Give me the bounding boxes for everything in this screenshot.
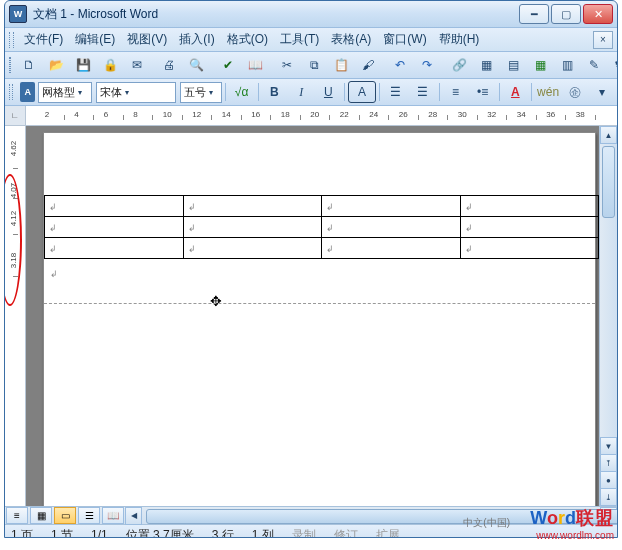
scroll-thumb[interactable] [602,146,615,218]
align-distribute-button[interactable]: ☰ [383,81,409,103]
scroll-left-button[interactable]: ◀ [125,507,142,525]
font-combo[interactable]: 宋体 ▾ [96,82,175,103]
status-position[interactable]: 位置 3.7厘米 [126,527,194,539]
bullets-button[interactable]: •≡ [470,81,496,103]
styles-pane-icon[interactable]: A [20,82,35,102]
insert-excel-icon[interactable]: ▦ [527,54,553,76]
toolbar-grip[interactable] [9,32,14,48]
status-ext[interactable]: 扩展 [376,527,400,539]
style-combo[interactable]: 网格型 ▾ [38,82,92,103]
select-browse-object-button[interactable]: ● [600,472,617,489]
scroll-up-button[interactable]: ▲ [600,126,617,144]
spellcheck-icon[interactable]: ✔ [215,54,241,76]
reading-view-button[interactable]: 📖 [102,507,124,524]
status-rev[interactable]: 修订 [334,527,358,539]
h-scroll-thumb[interactable] [146,509,618,524]
page-area[interactable]: ↲ ↲ ↲ ↲ ↲ ↲ ↲ ↲ ↲ ↲ ↲ ↲ [26,126,599,506]
menu-view[interactable]: 视图(V) [121,29,173,50]
document-table[interactable]: ↲ ↲ ↲ ↲ ↲ ↲ ↲ ↲ ↲ ↲ ↲ ↲ [44,195,599,259]
web-view-button[interactable]: ▦ [30,507,52,524]
tables-borders-icon[interactable]: ▦ [473,54,499,76]
status-page[interactable]: 1 页 [11,527,33,539]
status-row[interactable]: 3 行 [212,527,234,539]
redo-icon[interactable]: ↷ [414,54,440,76]
paste-icon[interactable]: 📋 [328,54,354,76]
print-layout-view-button[interactable]: ▭ [54,507,76,524]
toolbar-grip[interactable] [9,84,13,100]
next-page-button[interactable]: ⤓ [600,489,617,506]
hyperlink-icon[interactable]: 🔗 [446,54,472,76]
prev-page-button[interactable]: ⤒ [600,455,617,472]
open-icon[interactable]: 📂 [43,54,69,76]
minimize-button[interactable]: ━ [519,4,549,24]
research-icon[interactable]: 📖 [242,54,268,76]
permission-icon[interactable]: 🔒 [97,54,123,76]
numbering-button[interactable]: ≡ [443,81,469,103]
menu-edit[interactable]: 编辑(E) [69,29,121,50]
status-col[interactable]: 1 列 [252,527,274,539]
print-preview-icon[interactable]: 🔍 [183,54,209,76]
vertical-ruler[interactable]: 4.62 4.07 4.12 3.18 [5,126,26,506]
document-page[interactable]: ↲ ↲ ↲ ↲ ↲ ↲ ↲ ↲ ↲ ↲ ↲ ↲ [43,132,596,506]
table-cell[interactable]: ↲ [322,238,461,259]
italic-button[interactable]: I [288,81,314,103]
v-ruler-label: 4.62 [9,141,18,157]
menu-table[interactable]: 表格(A) [325,29,377,50]
outline-view-button[interactable]: ☰ [78,507,100,524]
equation-icon[interactable]: √α [229,81,255,103]
phonetic-guide-icon[interactable]: wén [535,81,561,103]
table-cell[interactable]: ↲ [322,217,461,238]
enclose-char-icon[interactable]: ㊭ [562,81,588,103]
table-cell[interactable]: ↲ [460,217,599,238]
table-cell[interactable]: ↲ [183,196,322,217]
h-scroll-track[interactable] [144,509,598,522]
undo-icon[interactable]: ↶ [387,54,413,76]
menu-file[interactable]: 文件(F) [18,29,69,50]
toolbar-options-icon[interactable]: ▾ [589,81,615,103]
menu-window[interactable]: 窗口(W) [377,29,432,50]
status-page-of[interactable]: 1/1 [91,528,108,538]
new-doc-icon[interactable]: 🗋 [16,54,42,76]
copy-icon[interactable]: ⧉ [301,54,327,76]
status-section[interactable]: 1 节 [51,527,73,539]
insert-table-icon[interactable]: ▤ [500,54,526,76]
align-justify-button[interactable]: ☰ [410,81,436,103]
menu-tools[interactable]: 工具(T) [274,29,325,50]
underline-button[interactable]: U [315,81,341,103]
horizontal-ruler[interactable]: ∟ [5,106,617,126]
font-color-button[interactable]: A [502,81,528,103]
table-cell[interactable]: ↲ [45,217,184,238]
scroll-down-button[interactable]: ▼ [600,437,617,455]
print-icon[interactable]: 🖨 [156,54,182,76]
table-cell[interactable]: ↲ [322,196,461,217]
status-rec[interactable]: 录制 [292,527,316,539]
doc-map-icon[interactable]: 🗺 [608,54,618,76]
table-cell[interactable]: ↲ [460,238,599,259]
bold-button[interactable]: B [261,81,287,103]
close-button[interactable]: ✕ [583,4,613,24]
vertical-scrollbar[interactable]: ▲ ▼ ⤒ ● ⤓ [599,126,617,506]
table-cell[interactable]: ↲ [183,238,322,259]
font-size-combo[interactable]: 五号 ▾ [180,82,222,103]
format-painter-icon[interactable]: 🖌 [355,54,381,76]
standard-toolbar: 🗋 📂 💾 🔒 ✉ 🖨 🔍 ✔ 📖 ✂ ⧉ 📋 🖌 ↶ ↷ 🔗 ▦ ▤ ▦ ▥ … [5,52,617,79]
save-icon[interactable]: 💾 [70,54,96,76]
drawing-icon[interactable]: ✎ [581,54,607,76]
columns-icon[interactable]: ▥ [554,54,580,76]
table-cell[interactable]: ↲ [45,196,184,217]
toolbar-grip[interactable] [9,57,11,73]
normal-view-button[interactable]: ≡ [6,507,28,524]
mail-icon[interactable]: ✉ [124,54,150,76]
menu-help[interactable]: 帮助(H) [433,29,486,50]
menu-format[interactable]: 格式(O) [221,29,274,50]
doc-close-button[interactable]: × [593,31,613,49]
maximize-button[interactable]: ▢ [551,4,581,24]
table-cell[interactable]: ↲ [45,238,184,259]
menu-bar: 文件(F) 编辑(E) 视图(V) 插入(I) 格式(O) 工具(T) 表格(A… [5,28,617,52]
table-cell[interactable]: ↲ [183,217,322,238]
table-cell[interactable]: ↲ [460,196,599,217]
menu-insert[interactable]: 插入(I) [173,29,220,50]
ruler-corner[interactable]: ∟ [5,106,26,125]
char-border-button[interactable]: A [348,81,376,103]
cut-icon[interactable]: ✂ [274,54,300,76]
